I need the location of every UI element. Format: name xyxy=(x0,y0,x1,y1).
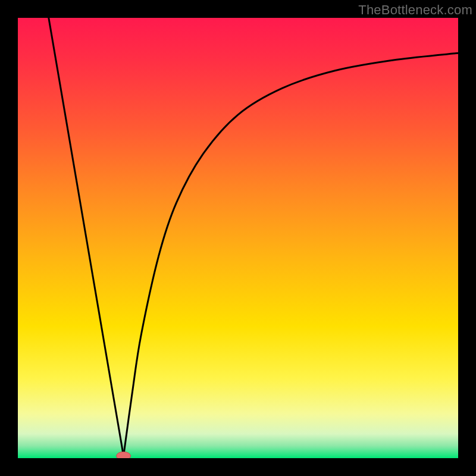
chart-frame: TheBottleneck.com xyxy=(0,0,476,476)
gradient-background xyxy=(18,18,458,458)
watermark-text: TheBottleneck.com xyxy=(358,2,472,18)
bottleneck-chart xyxy=(18,18,458,458)
plot-area xyxy=(18,18,458,458)
minimum-marker xyxy=(117,452,131,458)
